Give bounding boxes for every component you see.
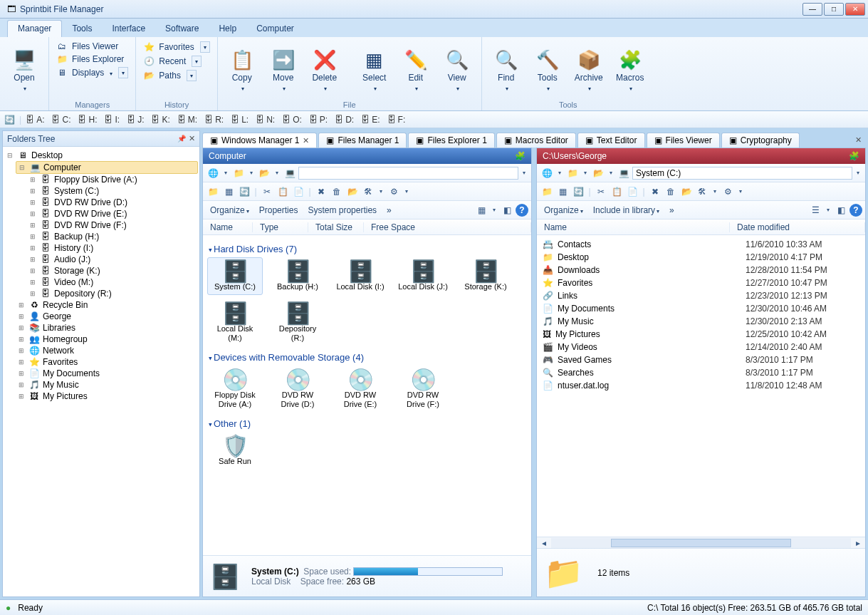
close-button[interactable]: ✕ [845, 3, 865, 16]
tab-tools[interactable]: Tools [62, 21, 102, 37]
computer-button[interactable]: 💻 [617, 166, 631, 180]
include-library-button[interactable]: Include in library [589, 205, 664, 215]
add-button[interactable]: 📂 [679, 185, 694, 199]
new-folder-button[interactable]: 📁 [540, 185, 554, 199]
more-button[interactable]: » [382, 205, 396, 215]
maximize-button[interactable]: □ [824, 3, 844, 16]
tree-node[interactable]: ⊞⭐Favorites [16, 356, 198, 368]
tool-icon[interactable]: 🧩 [849, 151, 859, 161]
view-mode-button[interactable]: ▦ [474, 203, 488, 217]
drive-R[interactable]: 🗄R: [204, 115, 224, 125]
tree-node[interactable]: ⊞🌐Network [16, 345, 198, 356]
paths-button[interactable]: 📂Paths▾ [140, 68, 212, 83]
drive-N[interactable]: 🗄N: [256, 115, 275, 125]
tree-node[interactable]: ⊞🗄Audio (J:) [27, 254, 198, 265]
file-row[interactable]: ⭐Favorites12/27/2010 10:47 PM [541, 277, 861, 289]
left-path-input[interactable] [298, 167, 518, 180]
tree-node[interactable]: ⊞👥Homegroup [16, 334, 198, 345]
tab-computer[interactable]: Computer [246, 21, 304, 37]
tree-node[interactable]: ⊞🗄Floppy Disk Drive (A:) [27, 174, 198, 185]
drive-E[interactable]: 🗄E: [361, 115, 380, 125]
computer-button[interactable]: 💻 [283, 166, 297, 180]
delete-button[interactable]: ✖ [314, 185, 328, 199]
recent-button[interactable]: 🕘Recent▾ [140, 54, 212, 68]
cut-button[interactable]: ✂ [594, 185, 608, 199]
tools-button[interactable]: 🛠 [695, 185, 709, 199]
gear-button[interactable]: ⚙ [721, 185, 735, 199]
file-row[interactable]: 🖼My Pictures12/25/2010 10:42 AM [541, 328, 861, 341]
organize-button[interactable]: Organize [540, 205, 587, 215]
add-button[interactable]: 📂 [345, 185, 360, 199]
drive-C[interactable]: 🗄C: [51, 115, 70, 125]
left-pane-body[interactable]: Hard Disk Drives (7) 🗄️System (C:)🗄️Back… [203, 235, 531, 555]
drive-K[interactable]: 🗄K: [151, 115, 169, 125]
content-tab[interactable]: ▣Macros Editor [496, 133, 576, 148]
refresh-button[interactable]: 🔄 [4, 115, 15, 125]
drive-item[interactable]: 💿DVD RW Drive (E:) [333, 366, 388, 413]
macros-button[interactable]: 🧩Macros [610, 40, 650, 100]
section-removable[interactable]: Devices with Removable Storage (4) [207, 346, 527, 366]
dropdown-button[interactable]: ▾ [192, 56, 202, 67]
drive-H[interactable]: 🗄H: [78, 115, 97, 125]
file-row[interactable]: 🎮Saved Games8/3/2010 1:17 PM [541, 353, 861, 366]
delete-button[interactable]: ❌Delete [305, 40, 345, 100]
preview-pane-button[interactable]: ◧ [500, 203, 514, 217]
tools-button[interactable]: 🔨Tools [528, 40, 568, 100]
preview-pane-button[interactable]: ◧ [834, 203, 848, 217]
tab-close-button[interactable]: ✕ [303, 136, 309, 145]
drive-item[interactable]: 💿DVD RW Drive (D:) [270, 366, 325, 413]
drive-O[interactable]: 🗄O: [282, 115, 302, 125]
drive-item[interactable]: 🗄️Local Disk (J:) [395, 257, 451, 295]
tab-interface[interactable]: Interface [102, 21, 155, 37]
tree-node[interactable]: ⊞🗄Depository (R:) [27, 288, 198, 299]
drive-J[interactable]: 🗄J: [127, 115, 144, 125]
drive-item[interactable]: 🗄️Backup (H:) [270, 257, 325, 295]
tree-node[interactable]: ⊞🗄Backup (H:) [27, 231, 198, 242]
drive-P[interactable]: 🗄P: [309, 115, 328, 125]
properties-button[interactable]: Properties [255, 205, 303, 215]
drive-L[interactable]: 🗄L: [231, 115, 249, 125]
refresh-button[interactable]: 🔄 [571, 185, 585, 199]
copy-button[interactable]: 📋Copy [222, 40, 262, 100]
drive-F[interactable]: 🗄F: [387, 115, 406, 125]
tree-node[interactable]: ⊞🗄DVD RW Drive (F:) [27, 219, 198, 231]
tree-node[interactable]: ⊞📚Libraries [16, 322, 198, 334]
refresh-button[interactable]: 🔄 [237, 185, 251, 199]
file-row[interactable]: 📁Desktop12/19/2010 4:17 PM [541, 251, 861, 264]
tab-manager[interactable]: Manager [7, 20, 62, 37]
paste-button[interactable]: 📄 [291, 185, 305, 199]
copy-button[interactable]: 📋 [276, 185, 290, 199]
tab-software[interactable]: Software [155, 21, 209, 37]
file-row[interactable]: 📥Downloads12/28/2010 11:54 PM [541, 264, 861, 277]
tree-node[interactable]: ⊞🗄Storage (K:) [27, 265, 198, 277]
edit-button[interactable]: ✏️Edit [396, 40, 436, 100]
trash-button[interactable]: 🗑 [664, 185, 678, 199]
tree-node[interactable]: ⊞👤George [16, 311, 198, 322]
forward-button[interactable]: 📁 [565, 166, 580, 180]
folder-tree[interactable]: ⊟🖥Desktop ⊟💻Computer ⊞🗄Floppy Disk Drive… [3, 147, 199, 596]
files-viewer-button[interactable]: 🗂Files Viewer [53, 40, 131, 53]
drive-item[interactable]: 🗄️Storage (K:) [458, 257, 513, 295]
tool-icon[interactable]: 🧩 [515, 151, 525, 161]
back-button[interactable]: 🌐 [206, 166, 220, 180]
move-button[interactable]: ➡️Move [263, 40, 303, 100]
content-tab[interactable]: ▣Files Explorer 1 [408, 133, 494, 148]
drive-item[interactable]: 🗄️System (C:) [207, 257, 263, 295]
open-button[interactable]: 🖥️ Open [4, 40, 44, 100]
drive-item[interactable]: 🗄️Depository (R:) [270, 299, 325, 346]
content-tab[interactable]: ▣Files Viewer [647, 133, 720, 148]
drive-I[interactable]: 🗄I: [104, 115, 120, 125]
file-row[interactable]: 🎵My Music12/30/2010 2:13 AM [541, 315, 861, 328]
help-button[interactable]: ? [849, 204, 862, 217]
drive-A[interactable]: 🗄A: [26, 115, 44, 125]
drive-item[interactable]: 🗄️Local Disk (M:) [207, 299, 263, 346]
up-button[interactable]: 📂 [591, 166, 605, 180]
content-tab[interactable]: ▣Files Manager 1 [318, 133, 407, 148]
minimize-button[interactable]: — [802, 3, 822, 16]
back-button[interactable]: 🌐 [540, 166, 554, 180]
tree-node[interactable]: ⊞🗄System (C:) [27, 185, 198, 197]
select-button[interactable]: ▦Select [355, 40, 394, 100]
content-tab[interactable]: ▣Cryptography [721, 133, 800, 148]
archive-button[interactable]: 📦Archive [569, 40, 609, 100]
tree-node[interactable]: ⊞📄My Documents [16, 368, 198, 379]
